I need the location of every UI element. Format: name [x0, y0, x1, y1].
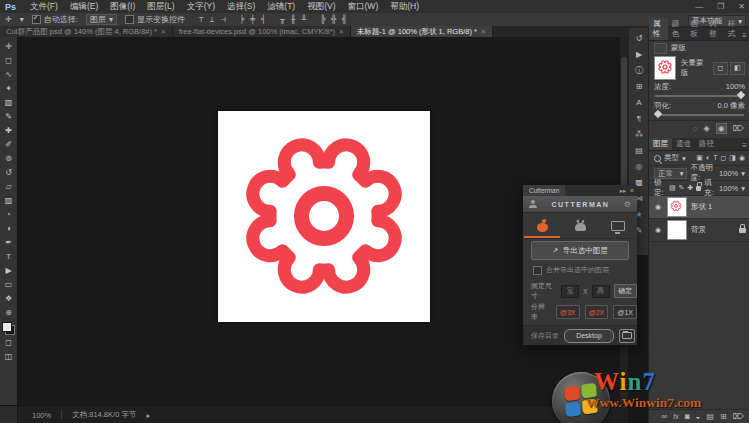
tab-android[interactable]	[561, 213, 599, 238]
align-icon[interactable]: ╡	[261, 15, 266, 24]
glyphs-panel-icon[interactable]: ⁂	[632, 127, 646, 141]
menu-help[interactable]: 帮助(H)	[384, 1, 425, 13]
lock-transparent-icon[interactable]: ▨	[669, 184, 676, 192]
confirm-button[interactable]: 确定	[614, 284, 637, 298]
close-icon[interactable]: ×	[161, 27, 166, 36]
layer-thumbnail[interactable]	[667, 197, 687, 217]
menu-file[interactable]: 文件(F)	[24, 1, 64, 13]
screen-mode-button[interactable]: ◫	[2, 349, 15, 363]
chevron-down-icon[interactable]: ▾	[741, 169, 745, 178]
tab-paths[interactable]: 路径	[695, 138, 718, 150]
move-tool[interactable]: ✛	[2, 39, 15, 53]
cutterman-tab[interactable]: Cutterman	[523, 185, 565, 196]
menu-filter[interactable]: 滤镜(T)	[261, 1, 301, 13]
crop-tool[interactable]: ▧	[2, 95, 15, 109]
lock-position-icon[interactable]: ✚	[687, 184, 693, 192]
layer-thumbnail[interactable]	[667, 220, 687, 240]
close-icon[interactable]: ×	[339, 27, 344, 36]
eyedropper-tool[interactable]: ✎	[2, 109, 15, 123]
path-selection-tool[interactable]: ▶	[2, 263, 15, 277]
visibility-eye-icon[interactable]: ◉	[653, 226, 663, 234]
lock-all-icon[interactable]	[696, 186, 701, 191]
opacity-value[interactable]: 100%	[719, 169, 738, 178]
filter-toggle-icon[interactable]: ◉	[739, 154, 745, 162]
settings-gear-icon[interactable]: ⚙	[624, 200, 631, 209]
export-selected-button[interactable]: ↗ 导出选中图层	[531, 241, 629, 260]
menu-layer[interactable]: 图层(L)	[141, 1, 180, 13]
zoom-level-field[interactable]: 100%	[32, 411, 51, 420]
scrollbar-thumb[interactable]	[621, 57, 627, 187]
menu-type[interactable]: 文字(Y)	[181, 1, 221, 13]
distribute-icon[interactable]: ╬	[331, 15, 336, 24]
res-2x-button[interactable]: @2X	[585, 305, 609, 319]
lasso-tool[interactable]: ∿	[2, 67, 15, 81]
close-icon[interactable]: ×	[481, 27, 486, 36]
tab-channels[interactable]: 通道	[672, 138, 695, 150]
res-1x-button[interactable]: @1X	[613, 305, 637, 319]
mask-visibility-icon[interactable]: ◉	[716, 123, 727, 134]
load-selection-icon[interactable]: ◌	[693, 124, 698, 133]
filter-smart-object-icon[interactable]: ◨	[729, 154, 736, 162]
height-input[interactable]: 高	[592, 285, 610, 298]
blur-tool[interactable]: ◔	[2, 207, 15, 221]
align-icon[interactable]: ⊣	[221, 15, 226, 24]
fill-value[interactable]: 100%	[719, 184, 738, 193]
minimize-button[interactable]: —	[695, 2, 703, 11]
slider-handle[interactable]	[654, 110, 662, 118]
info-panel-icon[interactable]: ⓘ	[632, 63, 646, 77]
filter-adjustment-icon[interactable]: ◐	[706, 154, 710, 162]
visibility-eye-icon[interactable]: ◉	[653, 203, 663, 211]
artboard[interactable]	[218, 111, 430, 322]
align-icon[interactable]: ⊤	[199, 15, 204, 24]
align-icon[interactable]: ╞	[239, 15, 244, 24]
tab-styles[interactable]: 样式	[724, 18, 743, 40]
tab-color[interactable]: 颜色	[668, 18, 687, 40]
close-button[interactable]: ✕	[738, 2, 745, 11]
filter-type-icon[interactable]: T	[713, 154, 717, 162]
slider-handle[interactable]	[737, 91, 745, 99]
merge-export-option[interactable]: 合并导出选中的图层	[533, 265, 609, 275]
quick-selection-tool[interactable]: ✦	[2, 81, 15, 95]
restore-button[interactable]: ❐	[717, 2, 724, 11]
add-vector-mask-button[interactable]: ◧	[730, 62, 745, 75]
save-dir-dropdown[interactable]: Desktop	[564, 329, 614, 343]
dodge-tool[interactable]: ◑	[2, 221, 15, 235]
layer-name[interactable]: 背景	[691, 225, 706, 235]
tab-ios[interactable]	[523, 213, 561, 238]
gradient-tool[interactable]: ▨	[2, 193, 15, 207]
chevron-down-icon[interactable]: ▾	[741, 184, 745, 193]
document-tab[interactable]: free-flat-devices.psd @ 100% (imac, CMYK…	[173, 26, 351, 37]
menu-view[interactable]: 视图(V)	[301, 1, 341, 13]
distribute-icon[interactable]: ╠	[320, 15, 325, 24]
collapse-icon[interactable]: ▸▸	[620, 187, 627, 195]
healing-brush-tool[interactable]: ✚	[2, 123, 15, 137]
align-icon[interactable]: ⊥	[210, 15, 215, 24]
filter-shape-icon[interactable]: ◻	[720, 154, 726, 162]
shape-tool[interactable]: ▭	[2, 277, 15, 291]
user-icon[interactable]	[529, 200, 537, 208]
clone-stamp-tool[interactable]: ⊚	[2, 151, 15, 165]
layer-row-background[interactable]: ◉ 背景	[649, 219, 749, 242]
add-pixel-mask-button[interactable]: ◻	[713, 62, 728, 75]
quick-mask-button[interactable]: ◻	[2, 335, 15, 349]
density-slider[interactable]	[655, 95, 744, 97]
tab-layers[interactable]: 图层	[649, 138, 672, 150]
zoom-tool[interactable]: ⊕	[2, 305, 15, 319]
panel-menu-icon[interactable]: ≡	[630, 187, 634, 195]
auto-select-checkbox[interactable]	[32, 15, 41, 24]
filter-kind-label[interactable]: 类型	[664, 153, 679, 163]
menu-edit[interactable]: 编辑(E)	[64, 1, 104, 13]
pen-tool[interactable]: ✒	[2, 235, 15, 249]
tab-web[interactable]	[599, 213, 637, 238]
menu-window[interactable]: 窗口(W)	[342, 1, 385, 13]
status-arrow-icon[interactable]: ▸	[146, 411, 150, 420]
layer-row-shape1[interactable]: ◉ 形状 1	[649, 196, 749, 219]
align-icon[interactable]: ╥	[280, 15, 285, 24]
type-tool[interactable]: T	[2, 249, 15, 263]
apply-mask-icon[interactable]: ◈	[704, 124, 710, 133]
document-tab-active[interactable]: 未标题-1 @ 100% (形状 1, RGB/8) * ×	[351, 26, 493, 37]
align-icon[interactable]: ╪	[250, 15, 255, 24]
panel-menu-icon[interactable]: ≡	[742, 31, 749, 40]
menu-select[interactable]: 选择(S)	[221, 1, 261, 13]
tab-swatches[interactable]: 色板	[686, 18, 705, 40]
